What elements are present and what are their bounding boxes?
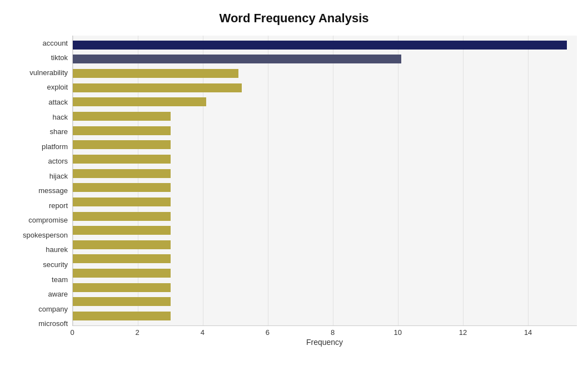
bar-row [73,224,577,236]
x-tick: 8 [331,328,335,337]
y-label: actors [48,155,68,167]
x-tick: 0 [70,328,74,337]
bar [73,83,242,92]
y-label: aware [48,288,68,300]
bar [73,269,171,278]
bar [73,212,171,221]
bar-row [73,39,577,51]
y-label: hijack [49,170,68,182]
y-label: company [38,303,68,315]
bar-row [73,267,577,279]
bar [73,297,171,306]
bar-row [73,295,577,308]
y-label: exploit [47,81,68,93]
bar-row [73,253,577,265]
bar-row [73,282,577,294]
bar-row [73,181,577,194]
bar [73,283,171,292]
bar-row [73,210,577,223]
y-label: spokesperson [23,229,68,241]
y-label: security [43,258,68,270]
x-tick: 12 [459,328,467,337]
bar [73,183,171,192]
bar [73,55,401,63]
bars-area [72,36,577,325]
x-axis-label: Frequency [306,338,343,347]
bar [73,254,171,263]
y-label: platform [42,140,68,152]
y-axis: accounttiktokvulnerabilityexploitattackh… [11,36,72,348]
y-label: tiktok [51,52,68,64]
bar [73,140,171,149]
bar-row [73,96,577,108]
bar [73,155,171,164]
y-label: haurek [46,244,68,256]
bars-and-xaxis: Frequency 02468101214 [72,36,577,348]
y-label: account [42,37,68,49]
y-label: microsoft [38,318,68,330]
bar-row [73,167,577,180]
bar-row [73,125,577,137]
y-label: vulnerability [29,66,68,78]
bar-row [73,53,577,65]
bar [73,169,171,178]
y-label: message [38,185,68,197]
x-tick: 6 [266,328,270,337]
bar-row [73,82,577,94]
bar [73,97,206,106]
y-label: team [52,273,68,285]
y-label: attack [48,96,68,108]
bar [73,198,171,206]
bar [73,240,171,249]
chart-container: Word Frequency Analysis accounttiktokvul… [0,0,588,390]
chart-area: accounttiktokvulnerabilityexploitattackh… [11,36,577,348]
x-tick: 2 [136,328,139,337]
bar [73,69,238,78]
chart-title: Word Frequency Analysis [11,11,577,26]
x-tick: 14 [524,328,532,337]
x-axis: Frequency 02468101214 [72,325,577,348]
bar-row [73,153,577,165]
bar [73,312,171,320]
bar-row [73,196,577,208]
bar [73,226,171,235]
bar-row [73,310,577,322]
y-label: report [49,199,68,211]
y-label: compromise [28,214,68,226]
bar-row [73,239,577,251]
y-label: hack [53,111,68,123]
bar [73,112,171,121]
bar-row [73,139,577,151]
x-tick: 10 [394,328,402,337]
y-label: share [49,126,68,138]
bar [73,126,171,135]
bar [73,41,567,50]
bar-row [73,110,577,122]
bar-row [73,67,577,80]
x-tick: 4 [201,328,205,337]
